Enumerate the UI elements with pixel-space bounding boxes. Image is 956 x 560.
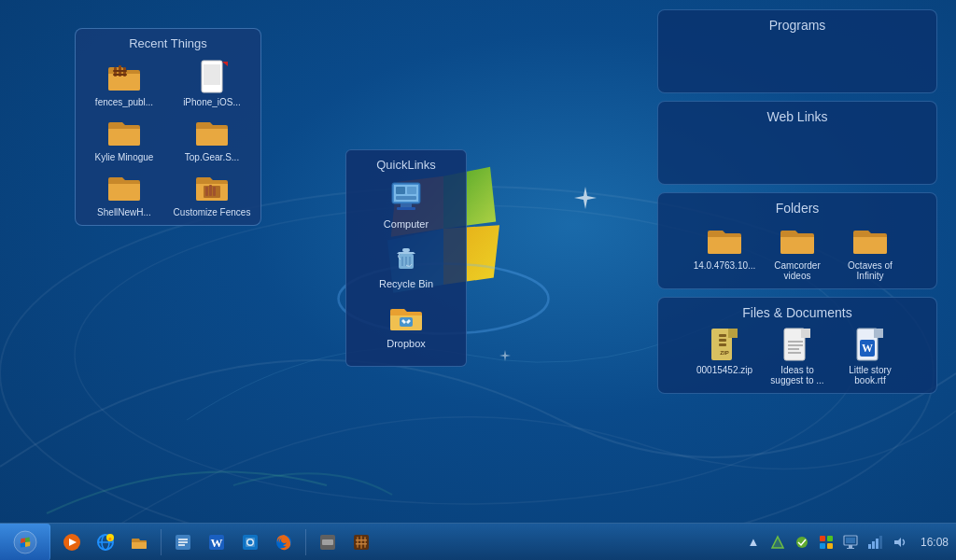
file-item-ideas[interactable]: Ideas to suggest to ... — [765, 326, 830, 385]
programs-content — [668, 38, 927, 85]
svg-text:W: W — [211, 536, 223, 550]
kylie-label: Kylie Minogue — [95, 152, 154, 162]
svg-rect-83 — [872, 541, 875, 549]
svg-rect-67 — [360, 536, 362, 549]
folders-title: Folders — [668, 201, 927, 216]
topgear-label: Top.Gear.S... — [185, 152, 239, 162]
folder-item-1[interactable]: 14.0.4763.10... — [692, 221, 757, 281]
topgear-folder-icon — [193, 113, 231, 150]
quicklinks-panel: QuickLinks Computer — [345, 149, 467, 367]
folder-item-3[interactable]: Octaves of Infinity — [837, 221, 903, 281]
dropbox-label: Dropbox — [387, 338, 426, 349]
svg-rect-23 — [402, 248, 410, 252]
kylie-folder-icon — [105, 113, 143, 150]
svg-rect-81 — [847, 548, 854, 549]
svg-rect-75 — [827, 536, 833, 541]
svg-rect-68 — [364, 537, 366, 548]
tray-multicolor-icon[interactable] — [816, 532, 836, 553]
file-item-story[interactable]: W Little story book.rtf — [837, 326, 903, 385]
svg-rect-32 — [719, 343, 726, 346]
programs-title: Programs — [668, 18, 927, 33]
start-button[interactable] — [0, 524, 50, 561]
svg-rect-6 — [113, 70, 127, 72]
svg-point-73 — [796, 537, 808, 548]
svg-rect-74 — [820, 536, 825, 541]
taskbar-sep2 — [305, 529, 306, 555]
file-item-zip[interactable]: ZIP 00015452.zip — [692, 326, 757, 385]
svg-rect-77 — [827, 543, 833, 549]
tray-up-icon[interactable]: ▲ — [743, 532, 764, 553]
folder-item-2[interactable]: Camcorder videos — [765, 221, 830, 281]
fences-icon — [105, 58, 143, 95]
shellnew-label: ShellNewH... — [97, 207, 151, 217]
svg-rect-29 — [728, 329, 738, 338]
svg-rect-79 — [846, 538, 855, 543]
svg-rect-11 — [205, 187, 208, 196]
weblinks-panel: Web Links — [657, 101, 937, 185]
recent-grid: fences_publ... iPhone_iOS... Kylie Mi — [83, 58, 253, 217]
tray-network-icon[interactable] — [865, 532, 885, 553]
taskbar-firefox[interactable] — [268, 526, 300, 558]
zip-icon: ZIP — [706, 326, 743, 363]
svg-rect-82 — [868, 544, 871, 549]
tray-volume-icon[interactable] — [889, 532, 909, 553]
folder-3-label: Octaves of Infinity — [837, 260, 903, 281]
folders-grid: 14.0.4763.10... Camcorder videos — [668, 221, 927, 281]
svg-rect-13 — [213, 187, 216, 196]
svg-rect-18 — [396, 187, 405, 194]
svg-rect-17 — [397, 207, 415, 210]
svg-rect-20 — [396, 196, 416, 200]
folder-2-icon — [779, 221, 816, 259]
ql-recyclebin[interactable]: Recycle Bin — [352, 239, 460, 289]
taskbar-clock[interactable]: 16:08 — [913, 536, 949, 549]
recent-panel: Recent Things fences_publ... — [75, 28, 261, 226]
folders-panel: Folders 14.0.4763.10... — [657, 192, 937, 289]
ideas-label: Ideas to suggest to ... — [765, 365, 830, 385]
tray-monitor-icon[interactable] — [840, 532, 861, 553]
taskbar-app1[interactable] — [167, 526, 199, 558]
recent-item-kylie[interactable]: Kylie Minogue — [83, 113, 165, 162]
svg-rect-30 — [719, 334, 726, 337]
tray-checkmark-icon[interactable] — [792, 532, 812, 553]
weblinks-title: Web Links — [668, 109, 927, 124]
quicklinks-title: QuickLinks — [352, 158, 460, 172]
taskbar-ie[interactable]: e — [90, 526, 121, 558]
taskbar-media-player[interactable] — [56, 526, 88, 558]
programs-panel: Programs — [657, 9, 937, 93]
svg-rect-70 — [356, 543, 367, 545]
recent-item-fences[interactable]: fences_publ... — [83, 58, 165, 107]
svg-rect-41 — [874, 329, 883, 338]
dropbox-icon — [387, 299, 425, 336]
files-grid: ZIP 00015452.zip — [668, 326, 927, 385]
ql-dropbox[interactable]: Dropbox — [352, 299, 460, 349]
svg-text:ZIP: ZIP — [720, 350, 728, 356]
svg-rect-31 — [719, 339, 726, 342]
recent-item-iphone[interactable]: iPhone_iOS... — [171, 58, 253, 107]
svg-rect-64 — [322, 539, 333, 545]
recent-item-topgear[interactable]: Top.Gear.S... — [171, 113, 253, 162]
recyclebin-label: Recycle Bin — [379, 278, 433, 289]
taskbar-outlook[interactable] — [234, 526, 266, 558]
recent-item-customizefences[interactable]: Customize Fences — [171, 168, 253, 217]
taskbar-explorer[interactable] — [123, 526, 155, 558]
svg-rect-84 — [876, 539, 879, 549]
computer-label: Computer — [384, 218, 429, 230]
tray-network1-icon[interactable] — [767, 532, 788, 553]
svg-rect-66 — [357, 537, 358, 548]
weblinks-content — [668, 130, 927, 176]
folder-1-icon — [706, 221, 743, 259]
svg-marker-86 — [894, 538, 901, 547]
files-title: Files & Documents — [668, 305, 927, 320]
iphone-icon — [193, 58, 231, 95]
svg-rect-9 — [204, 64, 220, 85]
recent-item-shellnew[interactable]: ShellNewH... — [83, 168, 165, 217]
taskbar-app2[interactable] — [312, 526, 344, 558]
fences-label: fences_publ... — [95, 97, 153, 107]
svg-rect-35 — [801, 329, 810, 338]
svg-rect-69 — [356, 539, 367, 541]
taskbar-fences-tb[interactable] — [345, 526, 377, 558]
computer-icon — [387, 179, 425, 217]
customizefences-icon — [193, 168, 231, 205]
taskbar-word[interactable]: W — [201, 526, 232, 558]
ql-computer[interactable]: Computer — [352, 179, 460, 230]
